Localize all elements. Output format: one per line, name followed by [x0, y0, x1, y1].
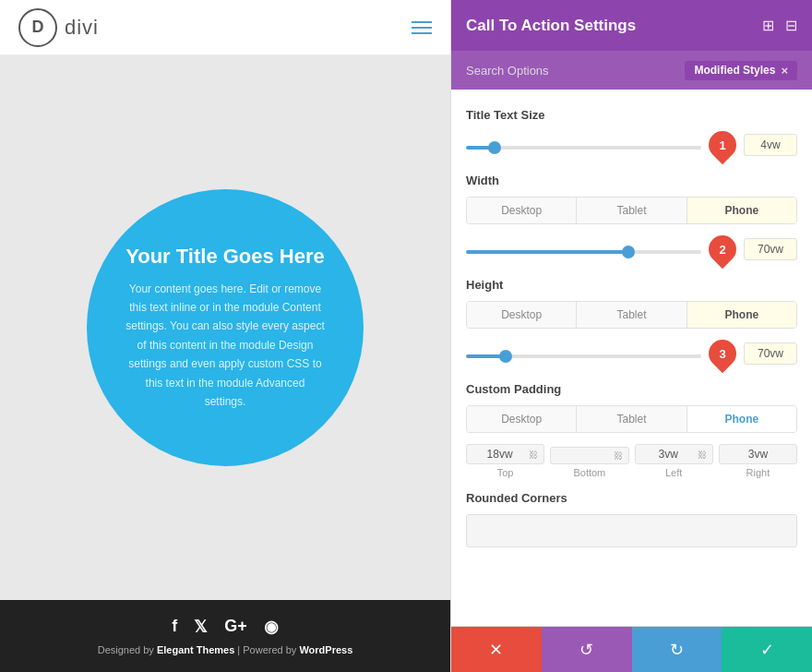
social-icons: f 𝕏 G+ ◉	[18, 617, 432, 637]
cancel-button[interactable]: ✕	[451, 627, 542, 672]
height-desktop-tab[interactable]: Desktop	[467, 302, 577, 328]
footer-text: Designed by Elegant Themes | Powered by …	[18, 644, 432, 655]
hamburger-menu[interactable]	[412, 21, 432, 34]
right-panel: Call To Action Settings ⊞ ⊟ Search Optio…	[450, 0, 812, 672]
hamburger-line-2	[412, 27, 432, 29]
height-label: Height	[466, 278, 797, 292]
custom-padding-section: Custom Padding Desktop Tablet Phone 18vw…	[466, 382, 797, 478]
custom-padding-label: Custom Padding	[466, 382, 797, 396]
height-tablet-tab[interactable]: Tablet	[577, 302, 687, 328]
footer-bar: f 𝕏 G+ ◉ Designed by Elegant Themes | Po…	[0, 600, 450, 672]
padding-right-value[interactable]: 3vw	[725, 448, 791, 461]
undo-button[interactable]: ↺	[542, 627, 632, 672]
redo-icon: ↻	[670, 640, 684, 660]
height-slider-row: 3	[466, 340, 797, 367]
width-slider-wrap[interactable]	[466, 242, 701, 257]
redo-button[interactable]: ↻	[632, 627, 722, 672]
height-value[interactable]	[744, 342, 797, 365]
hamburger-line-1	[412, 21, 432, 23]
save-button[interactable]: ✓	[722, 627, 812, 672]
hamburger-line-3	[412, 32, 432, 34]
cancel-icon: ✕	[489, 640, 503, 660]
step-number-2: 2	[719, 243, 725, 257]
search-options-label[interactable]: Search Options	[466, 64, 549, 78]
undo-icon: ↺	[579, 640, 593, 660]
height-phone-tab[interactable]: Phone	[687, 302, 796, 328]
panel-header: Call To Action Settings ⊞ ⊟	[451, 0, 812, 51]
logo-text: divi	[65, 16, 99, 40]
modified-styles-badge: Modified Styles ×	[685, 61, 797, 80]
title-text-size-label: Title Text Size	[466, 108, 797, 122]
padding-right-label: Right	[746, 467, 770, 478]
padding-right-field: 3vw Right	[719, 444, 797, 478]
title-text-size-value[interactable]	[744, 134, 797, 156]
cta-title: Your Title Goes Here	[125, 245, 325, 269]
padding-top-value[interactable]: 18vw	[472, 448, 527, 461]
panel-header-icons: ⊞ ⊟	[762, 17, 797, 34]
padding-left-value[interactable]: 3vw	[641, 448, 696, 461]
rounded-corners-section: Rounded Corners	[466, 491, 797, 547]
width-label: Width	[466, 174, 797, 187]
rounded-corners-input[interactable]	[466, 514, 797, 547]
collapse-icon[interactable]: ⊟	[785, 17, 797, 34]
padding-bottom-link-icon: ⛓	[614, 450, 623, 461]
padding-left-field: 3vw ⛓ Left	[635, 444, 713, 478]
padding-top-link-icon: ⛓	[529, 450, 538, 460]
footer-separator: | Powered by	[234, 644, 299, 655]
cta-content: Your content goes here. Edit or remove t…	[124, 280, 327, 412]
panel-title: Call To Action Settings	[466, 17, 636, 35]
width-section: Width Desktop Tablet Phone 2	[466, 174, 797, 263]
title-text-size-row: 1	[466, 131, 797, 159]
title-text-size-slider-wrap[interactable]	[466, 138, 701, 152]
footer-wordpress: WordPress	[299, 644, 352, 655]
panel-content: Title Text Size 1 Width Desktop Tablet P…	[451, 90, 812, 626]
width-desktop-tab[interactable]: Desktop	[467, 198, 577, 223]
step-number-3: 3	[719, 347, 725, 361]
padding-tablet-tab[interactable]: Tablet	[577, 406, 687, 432]
facebook-icon[interactable]: f	[172, 617, 177, 637]
height-slider[interactable]	[466, 354, 701, 358]
width-value[interactable]	[744, 238, 797, 260]
width-phone-tab[interactable]: Phone	[687, 198, 796, 223]
modified-styles-label: Modified Styles	[694, 64, 775, 77]
padding-phone-tab[interactable]: Phone	[687, 406, 796, 432]
action-bar: ✕ ↺ ↻ ✓	[451, 626, 812, 672]
rss-icon[interactable]: ◉	[264, 617, 279, 637]
padding-tabs: Desktop Tablet Phone	[466, 405, 797, 433]
step-badge-1: 1	[703, 126, 742, 164]
width-tablet-tab[interactable]: Tablet	[577, 198, 687, 223]
footer-elegant-themes: Elegant Themes	[157, 644, 234, 655]
panel-search-bar: Search Options Modified Styles ×	[451, 51, 812, 90]
padding-fields-row: 18vw ⛓ Top ⛓ Bottom 3vw ⛓	[466, 444, 797, 478]
height-slider-wrap[interactable]	[466, 346, 701, 361]
logo-area: D divi	[18, 8, 99, 47]
preview-area: Your Title Goes Here Your content goes h…	[0, 55, 450, 600]
step-number-1: 1	[719, 138, 725, 152]
save-icon: ✓	[760, 640, 774, 660]
expand-icon[interactable]: ⊞	[762, 17, 774, 34]
width-slider[interactable]	[466, 250, 701, 254]
footer-designed-by: Designed by	[98, 644, 157, 655]
logo-letter: D	[32, 18, 44, 37]
padding-top-label: Top	[497, 467, 514, 478]
left-panel: D divi Your Title Goes Here Your content…	[0, 0, 450, 672]
padding-top-field: 18vw ⛓ Top	[466, 444, 544, 478]
padding-left-label: Left	[665, 467, 682, 478]
width-slider-row: 2	[466, 235, 797, 263]
title-text-size-slider[interactable]	[466, 146, 701, 150]
height-tabs: Desktop Tablet Phone	[466, 301, 797, 329]
width-tabs: Desktop Tablet Phone	[466, 197, 797, 224]
step-badge-2: 2	[703, 230, 742, 269]
logo-circle: D	[18, 8, 57, 47]
padding-bottom-label: Bottom	[573, 467, 605, 478]
padding-left-link-icon: ⛓	[698, 450, 707, 460]
rounded-corners-label: Rounded Corners	[466, 491, 797, 505]
title-text-size-section: Title Text Size 1	[466, 108, 797, 159]
step-badge-3: 3	[703, 334, 742, 373]
modified-styles-close[interactable]: ×	[781, 64, 788, 78]
nav-bar: D divi	[0, 0, 450, 55]
padding-desktop-tab[interactable]: Desktop	[467, 406, 577, 432]
googleplus-icon[interactable]: G+	[224, 617, 247, 637]
padding-bottom-field: ⛓ Bottom	[550, 447, 628, 478]
twitter-icon[interactable]: 𝕏	[194, 617, 208, 637]
